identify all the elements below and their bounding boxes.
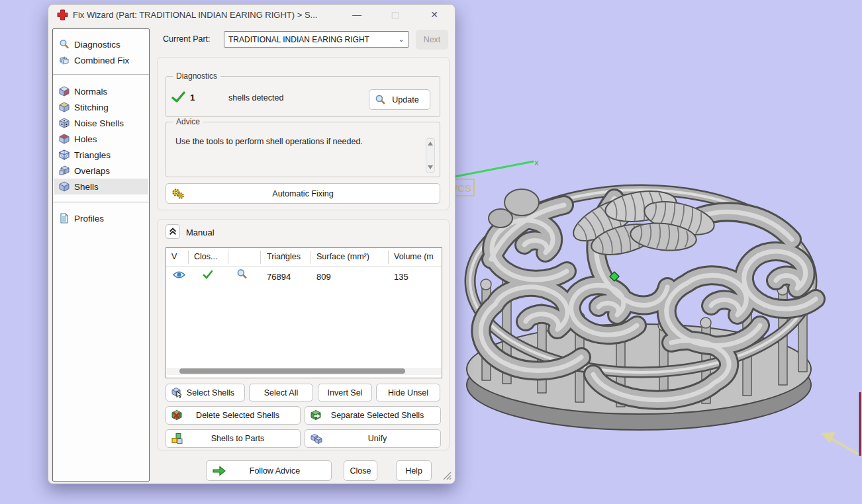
magnifier-icon — [375, 94, 386, 105]
current-part-dropdown[interactable]: TRADITIONAL INDIAN EARING RIGHT ⌄ — [224, 31, 409, 48]
unify-cubes-icon — [311, 433, 322, 444]
x-axis-label: x — [534, 157, 539, 167]
sidebar-item-shells[interactable]: Shells — [54, 179, 148, 194]
cubes-overlap-icon — [59, 165, 70, 176]
sidebar-separator — [53, 74, 149, 75]
automatic-fixing-label: Automatic Fixing — [272, 189, 333, 198]
cell-triangles: 76894 — [267, 272, 291, 282]
wizard-sidebar: Diagnostics Combined Fix Normals — [52, 28, 150, 482]
sidebar-label: Normals — [74, 87, 107, 97]
update-button[interactable]: Update — [369, 89, 430, 110]
sidebar-label: Noise Shells — [74, 118, 124, 128]
document-icon — [59, 213, 70, 224]
sidebar-item-holes[interactable]: Holes — [54, 131, 148, 147]
sidebar-label: Shells — [74, 182, 99, 192]
scroll-down-icon[interactable] — [428, 165, 433, 169]
sidebar-label: Holes — [74, 134, 97, 144]
minimize-button[interactable]: — — [344, 6, 370, 23]
scroll-up-icon[interactable] — [428, 142, 433, 146]
separate-selected-shells-button[interactable]: Separate Selected Shells — [305, 406, 441, 425]
select-all-button[interactable]: Select All — [249, 384, 313, 401]
check-icon — [171, 91, 186, 103]
delete-selected-shells-button[interactable]: Delete Selected Shells — [166, 406, 301, 425]
chevron-down-icon: ⌄ — [394, 35, 408, 44]
diagnostics-group-title: Diagnostics — [173, 71, 220, 81]
table-hscrollbar[interactable] — [167, 368, 441, 375]
manual-title: Manual — [186, 228, 215, 237]
sidebar-item-diagnostics[interactable]: Diagnostics — [54, 36, 148, 52]
cube-wireframe-icon — [59, 149, 70, 160]
sidebar-item-noise-shells[interactable]: Noise Shells — [54, 115, 148, 131]
sidebar-item-overlaps[interactable]: Overlaps — [54, 163, 148, 179]
model-earring — [467, 187, 816, 430]
close-window-button[interactable]: ✕ — [421, 6, 448, 23]
closed-check-icon — [203, 270, 213, 279]
green-arrow-icon — [212, 465, 226, 477]
select-shells-button[interactable]: Select Shells — [166, 384, 245, 401]
col-header-triangles[interactable]: Triangles — [267, 252, 301, 261]
delete-cube-icon — [171, 410, 183, 421]
sidebar-label: Combined Fix — [74, 56, 129, 65]
unify-button[interactable]: Unify — [305, 429, 441, 448]
collapse-manual-button[interactable] — [166, 224, 180, 239]
magnifier-icon — [59, 39, 70, 50]
advice-scrollbar[interactable] — [426, 138, 435, 173]
sidebar-item-stitching[interactable]: Stitching — [54, 99, 148, 115]
app-cross-icon — [57, 9, 68, 21]
shell-count: 1 — [190, 93, 195, 103]
cell-volume: 135 — [394, 272, 408, 282]
separate-selected-label: Separate Selected Shells — [331, 411, 424, 420]
sidebar-label: Diagnostics — [74, 40, 120, 50]
delete-selected-label: Delete Selected Shells — [196, 411, 279, 420]
follow-advice-label: Follow Advice — [250, 466, 300, 476]
close-button[interactable]: Close — [344, 460, 377, 481]
eye-icon[interactable] — [173, 271, 185, 279]
next-button[interactable]: Next — [416, 30, 448, 50]
cube-blue-icon — [59, 181, 70, 192]
select-cube-icon — [171, 387, 183, 398]
multi-cubes-icon — [171, 433, 183, 444]
resize-grip[interactable] — [441, 470, 452, 480]
advice-group-title: Advice — [173, 117, 203, 126]
screen: x WCS — [0, 0, 862, 504]
shells-to-parts-button[interactable]: Shells to Parts — [166, 429, 301, 448]
fix-wizard-dialog: Fix Wizard (Part: TRADITIONAL INDIAN EAR… — [48, 4, 455, 484]
cube-yellow-top-icon — [59, 102, 70, 112]
update-label: Update — [392, 95, 418, 105]
sidebar-item-normals[interactable]: Normals — [54, 83, 148, 99]
select-shells-label: Select Shells — [187, 388, 234, 398]
invert-sel-button[interactable]: Invert Sel — [318, 384, 372, 401]
col-header-volume[interactable]: Volume (m — [394, 252, 434, 261]
col-header-closed[interactable]: Clos... — [194, 252, 217, 261]
shells-to-parts-label: Shells to Parts — [211, 434, 265, 443]
window-title: Fix Wizard (Part: TRADITIONAL INDIAN EAR… — [73, 10, 317, 20]
cube-red-face-icon — [59, 86, 70, 97]
shells-table[interactable]: ⌄ V Clos... Triangles Surface (mm²) Volu… — [166, 247, 442, 378]
follow-advice-button[interactable]: Follow Advice — [206, 460, 332, 481]
diagnostics-message: shells detected — [228, 93, 283, 103]
manual-panel: Manual ⌄ V Clos... Triangles Surface (mm… — [157, 219, 450, 450]
help-button[interactable]: Help — [396, 460, 432, 481]
automatic-fixing-button[interactable]: Automatic Fixing — [166, 183, 440, 204]
corner-axis-indicator — [821, 392, 860, 456]
col-header-visible[interactable]: V — [171, 252, 177, 261]
hide-unsel-button[interactable]: Hide Unsel — [376, 384, 440, 401]
current-part-label: Current Part: — [163, 34, 211, 44]
sidebar-item-triangles[interactable]: Triangles — [54, 147, 148, 163]
current-part-value: TRADITIONAL INDIAN EARING RIGHT — [224, 35, 394, 44]
diagnostics-groupbox: Diagnostics 1 shells detected Update — [166, 76, 440, 117]
sidebar-label: Triangles — [74, 150, 111, 160]
dice-icon — [59, 118, 70, 128]
hscrollbar-thumb[interactable] — [179, 368, 405, 374]
separate-cube-icon — [311, 410, 322, 421]
zoom-to-shell-icon[interactable] — [236, 269, 248, 280]
diagnostics-panel: Diagnostics 1 shells detected Update — [157, 57, 450, 210]
unify-label: Unify — [368, 434, 387, 443]
cell-surface: 809 — [316, 272, 331, 282]
sidebar-label: Overlaps — [74, 166, 110, 176]
sidebar-item-profiles[interactable]: Profiles — [54, 210, 148, 226]
sidebar-item-combined-fix[interactable]: Combined Fix — [54, 52, 148, 68]
maximize-button[interactable]: ▢ — [382, 6, 408, 23]
col-header-surface[interactable]: Surface (mm²) — [316, 252, 369, 261]
sidebar-label: Profiles — [74, 214, 104, 224]
